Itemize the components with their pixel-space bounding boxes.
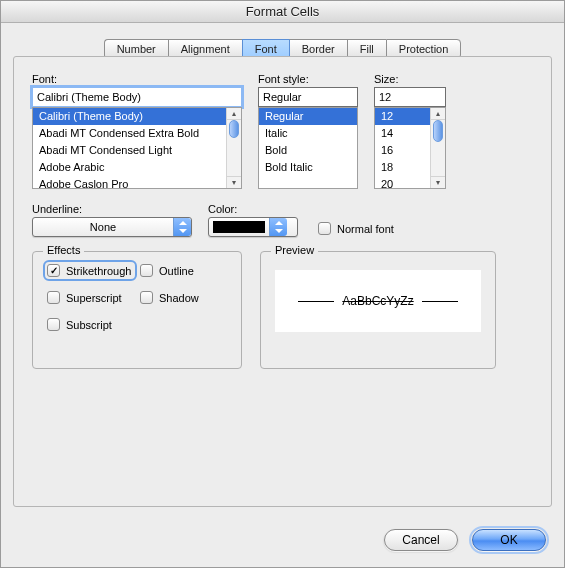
cancel-button-label: Cancel (402, 533, 439, 547)
size-input[interactable] (374, 87, 446, 107)
ok-button[interactable]: OK (472, 529, 546, 551)
preview-fieldset: Preview AaBbCcYyZz (260, 251, 496, 369)
chevron-updown-icon (173, 218, 191, 236)
scrollbar-thumb[interactable] (433, 120, 443, 142)
col-font: Font: Calibri (Theme Body) Abadi MT Cond… (32, 73, 242, 189)
size-scrollbar[interactable]: ▴ ▾ (430, 108, 445, 188)
font-style-input[interactable] (258, 87, 358, 107)
color-swatch (213, 221, 265, 233)
strikethrough-checkbox[interactable]: Strikethrough (47, 264, 133, 277)
checkbox-icon (140, 264, 153, 277)
shadow-checkbox[interactable]: Shadow (140, 291, 227, 304)
list-item[interactable]: Calibri (Theme Body) (33, 108, 241, 125)
preview-area: AaBbCcYyZz (275, 270, 481, 332)
scroll-down-icon[interactable]: ▾ (431, 176, 445, 188)
font-input[interactable] (32, 87, 242, 107)
col-size: Size: 12 14 16 18 20 ▴ ▾ (374, 73, 446, 189)
underline-popup[interactable]: None (32, 217, 192, 237)
color-label: Color: (208, 203, 298, 215)
font-panel: Font: Calibri (Theme Body) Abadi MT Cond… (13, 56, 552, 507)
color-popup[interactable] (208, 217, 298, 237)
col-color: Color: (208, 203, 298, 237)
effects-grid: Strikethrough Outline Superscript Shadow (47, 264, 227, 331)
list-item[interactable]: Adobe Caslon Pro (33, 176, 241, 189)
list-item[interactable]: Abadi MT Condensed Light (33, 142, 241, 159)
effects-legend: Effects (43, 244, 84, 256)
underline-value: None (33, 221, 173, 233)
list-item[interactable]: Abadi MT Condensed Extra Bold (33, 125, 241, 142)
normal-font-container: Normal font (318, 222, 394, 237)
outline-label: Outline (159, 265, 194, 277)
col-font-style: Font style: Regular Italic Bold Bold Ita… (258, 73, 358, 189)
font-scrollbar[interactable]: ▴ ▾ (226, 108, 241, 188)
title-bar: Format Cells (1, 1, 564, 23)
list-item[interactable]: Italic (259, 125, 357, 142)
checkbox-icon (47, 264, 60, 277)
list-item[interactable]: Bold (259, 142, 357, 159)
checkbox-icon (47, 291, 60, 304)
subscript-label: Subscript (66, 319, 112, 331)
list-item[interactable]: Adobe Arabic (33, 159, 241, 176)
format-cells-dialog: Format Cells Number Alignment Font Borde… (0, 0, 565, 568)
scroll-down-icon[interactable]: ▾ (227, 176, 241, 188)
shadow-label: Shadow (159, 292, 199, 304)
font-style-listbox[interactable]: Regular Italic Bold Bold Italic (258, 107, 358, 189)
preview-rule (422, 301, 458, 302)
preview-rule (298, 301, 334, 302)
scroll-up-icon[interactable]: ▴ (227, 108, 241, 120)
ok-button-label: OK (500, 533, 517, 547)
window-title: Format Cells (246, 4, 320, 19)
row-underline-color: Underline: None Color: Normal font (32, 203, 533, 237)
effects-fieldset: Effects Strikethrough Outline Superscrip… (32, 251, 242, 369)
size-label: Size: (374, 73, 446, 85)
row-effects-preview: Effects Strikethrough Outline Superscrip… (32, 251, 533, 369)
dialog-buttons: Cancel OK (384, 529, 546, 551)
cancel-button[interactable]: Cancel (384, 529, 458, 551)
superscript-label: Superscript (66, 292, 122, 304)
normal-font-checkbox[interactable]: Normal font (318, 222, 394, 235)
checkbox-icon (140, 291, 153, 304)
font-listbox[interactable]: Calibri (Theme Body) Abadi MT Condensed … (32, 107, 242, 189)
checkbox-icon (318, 222, 331, 235)
col-underline: Underline: None (32, 203, 192, 237)
outline-checkbox[interactable]: Outline (140, 264, 227, 277)
size-listbox[interactable]: 12 14 16 18 20 ▴ ▾ (374, 107, 446, 189)
scrollbar-thumb[interactable] (229, 120, 239, 138)
chevron-updown-icon (269, 218, 287, 236)
list-item[interactable]: Regular (259, 108, 357, 125)
underline-label: Underline: (32, 203, 192, 215)
preview-legend: Preview (271, 244, 318, 256)
superscript-checkbox[interactable]: Superscript (47, 291, 134, 304)
scroll-up-icon[interactable]: ▴ (431, 108, 445, 120)
preview-text: AaBbCcYyZz (342, 294, 413, 308)
row-font-top: Font: Calibri (Theme Body) Abadi MT Cond… (32, 73, 533, 189)
list-item[interactable]: Bold Italic (259, 159, 357, 176)
font-style-label: Font style: (258, 73, 358, 85)
normal-font-label: Normal font (337, 223, 394, 235)
checkbox-icon (47, 318, 60, 331)
font-label: Font: (32, 73, 242, 85)
strikethrough-label: Strikethrough (66, 265, 131, 277)
subscript-checkbox[interactable]: Subscript (47, 318, 134, 331)
